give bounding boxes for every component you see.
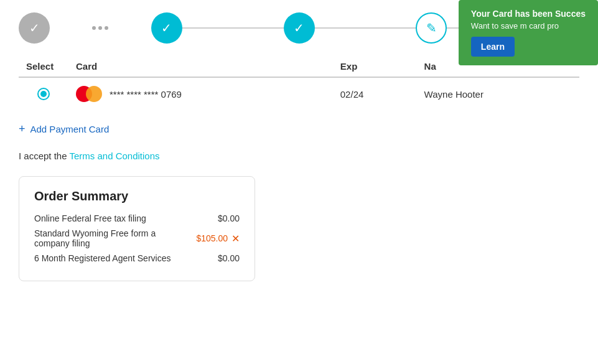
add-card-label: Add Payment Card — [30, 124, 110, 134]
toast-body: Want to save m card pro — [471, 21, 586, 30]
order-item-label-0: Online Federal Free tax filing — [34, 213, 218, 223]
col-select: Select — [19, 56, 68, 77]
step-1: ✓ — [19, 12, 50, 44]
order-item-price-2: $0.00 — [218, 253, 240, 263]
edit-icon: ✎ — [426, 21, 437, 35]
connector-1-2 — [50, 26, 151, 30]
card-select-radio[interactable] — [37, 88, 50, 100]
terms-prefix: I accept the — [19, 151, 69, 161]
order-summary-title: Order Summary — [34, 189, 240, 203]
order-item-2: 6 Month Registered Agent Services $0.00 — [34, 253, 240, 263]
toast-notification: Your Card has been Succes Want to save m… — [459, 0, 598, 65]
mc-circle-right — [86, 86, 102, 102]
card-exp: 02/24 — [333, 77, 417, 110]
step-2: ✓ — [151, 12, 182, 44]
check-icon-2: ✓ — [161, 21, 172, 35]
plus-icon: + — [19, 123, 26, 136]
order-item-label-1: Standard Wyoming Free form a company fil… — [34, 228, 196, 248]
order-item-0: Online Federal Free tax filing $0.00 — [34, 213, 240, 223]
card-number: **** **** **** 0769 — [110, 89, 182, 100]
dot — [105, 26, 108, 30]
add-payment-card[interactable]: + Add Payment Card — [19, 123, 579, 136]
order-summary: Order Summary Online Federal Free tax fi… — [19, 176, 255, 281]
order-item-price-1: $105.00 — [196, 233, 228, 243]
remove-item-button[interactable]: ✕ — [231, 233, 240, 245]
mastercard-icon — [76, 85, 102, 103]
toast-learn-button[interactable]: Learn — [471, 37, 515, 57]
radio-inner — [40, 91, 47, 97]
order-item-label-2: 6 Month Registered Agent Services — [34, 253, 218, 263]
check-icon-1: ✓ — [29, 21, 40, 35]
check-icon-3: ✓ — [294, 21, 304, 35]
dot — [92, 26, 96, 30]
toast-title: Your Card has been Succes — [471, 9, 586, 19]
card-name: Wayne Hooter — [417, 77, 579, 110]
step-4[interactable]: ✎ — [416, 12, 447, 44]
col-exp: Exp — [333, 56, 417, 77]
order-item-1: Standard Wyoming Free form a company fil… — [34, 228, 240, 248]
main-content: Select Card Exp Na — [0, 50, 598, 294]
table-row: **** **** **** 0769 02/24 Wayne Hooter — [19, 77, 579, 110]
dot — [98, 26, 102, 30]
terms-section: I accept the Terms and Conditions — [19, 151, 579, 161]
order-item-price-0: $0.00 — [218, 213, 240, 223]
step-3: ✓ — [284, 12, 315, 44]
connector-2-3 — [182, 27, 284, 29]
card-info: **** **** **** 0769 — [76, 85, 325, 103]
col-card: Card — [68, 56, 333, 77]
connector-3-4 — [315, 27, 416, 29]
terms-link[interactable]: Terms and Conditions — [69, 151, 159, 161]
